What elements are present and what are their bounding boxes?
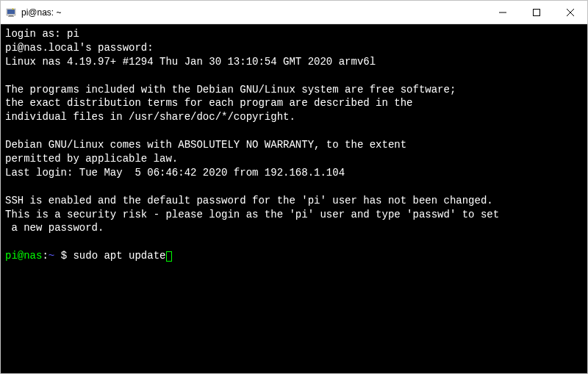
ssh-warning-line: This is a security risk - please login a…	[5, 209, 499, 220]
ssh-warning-line: SSH is enabled and the default password …	[5, 195, 493, 206]
warranty-line: permitted by applicable law.	[5, 153, 178, 165]
prompt-user-host: pi@nas	[5, 250, 42, 262]
svg-rect-5	[534, 9, 540, 15]
window-title: pi@nas: ~	[21, 7, 486, 18]
putty-window: pi@nas: ~ login as: pi pi@nas.local's pa…	[0, 0, 588, 374]
titlebar[interactable]: pi@nas: ~	[1, 1, 587, 24]
motd-line: individual files in /usr/share/doc/*/cop…	[5, 111, 295, 123]
svg-rect-2	[9, 15, 13, 16]
svg-rect-3	[8, 16, 14, 17]
prompt-symbol: $	[54, 250, 73, 262]
motd-line: the exact distribution terms for each pr…	[5, 97, 413, 109]
putty-icon	[5, 7, 17, 18]
command-input[interactable]: sudo apt update	[73, 250, 165, 262]
prompt-path: ~	[49, 250, 54, 262]
login-user: pi	[67, 28, 79, 40]
motd-line: The programs included with the Debian GN…	[5, 84, 456, 96]
terminal-area[interactable]: login as: pi pi@nas.local's password: Li…	[1, 24, 587, 373]
svg-rect-1	[7, 10, 15, 14]
warranty-line: Debian GNU/Linux comes with ABSOLUTELY N…	[5, 139, 406, 151]
login-prompt: login as:	[5, 28, 67, 40]
maximize-button[interactable]	[520, 1, 553, 24]
close-button[interactable]	[553, 1, 587, 24]
prompt-colon: :	[42, 250, 48, 262]
window-controls	[486, 1, 587, 24]
kernel-line: Linux nas 4.19.97+ #1294 Thu Jan 30 13:1…	[5, 56, 376, 68]
cursor-icon	[166, 251, 172, 262]
minimize-button[interactable]	[486, 1, 520, 24]
last-login-line: Last login: Tue May 5 06:46:42 2020 from…	[5, 167, 345, 179]
ssh-warning-line: a new password.	[5, 222, 104, 234]
shell-prompt: pi@nas:~ $	[5, 250, 73, 262]
password-prompt: pi@nas.local's password:	[5, 42, 154, 54]
